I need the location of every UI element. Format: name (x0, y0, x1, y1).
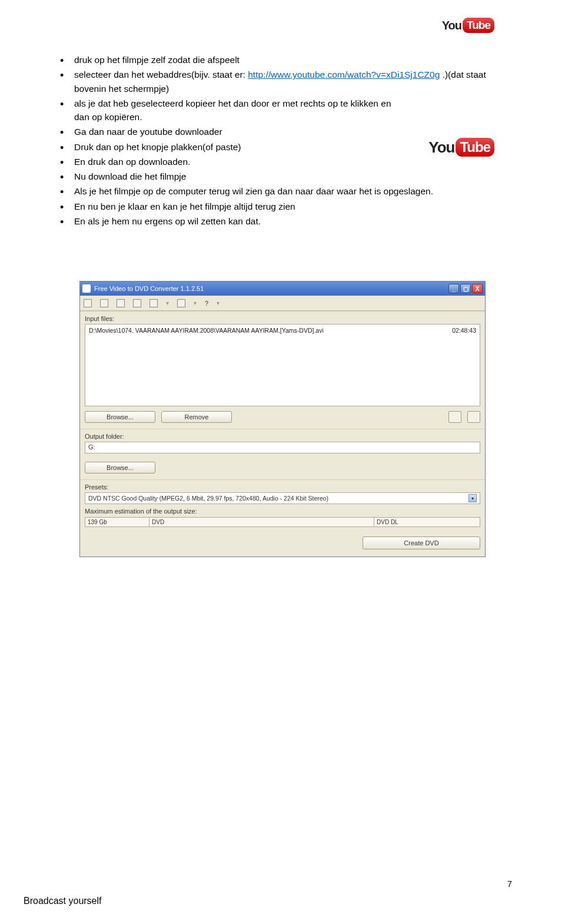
url-link[interactable]: http://www.youtube.com/watch?v=xDi1Sj1CZ… (248, 69, 440, 80)
close-button[interactable]: X (472, 284, 483, 293)
maximize-button[interactable]: ▢ (460, 284, 471, 293)
list-item: Nu download die het filmpje (74, 170, 512, 183)
toolbar-dropdown-icon[interactable]: ▾ (194, 300, 197, 306)
move-down-button[interactable] (467, 411, 480, 423)
size-estimation-row: 139 Gb DVD DVD DL (85, 517, 480, 527)
list-item: En als je hem nu ergens op wil zetten ka… (74, 214, 512, 228)
input-files-label: Input files: (85, 315, 480, 322)
size-cell-dvd: DVD (149, 517, 374, 527)
browse-output-button[interactable]: Browse... (85, 462, 155, 473)
monitor-icon[interactable] (177, 299, 185, 307)
help-icon[interactable]: ? (205, 300, 208, 307)
mail-icon[interactable] (100, 299, 108, 307)
move-up-button[interactable] (448, 411, 461, 423)
list-item: selecteer dan het webaddres(bijv. staat … (74, 68, 512, 95)
titlebar[interactable]: Free Video to DVD Converter 1.1.2.51 _ ▢… (80, 281, 485, 296)
browse-button[interactable]: Browse... (85, 411, 155, 423)
youtube-logo-header: You Tube (442, 18, 494, 33)
presets-label: Presets: (85, 483, 480, 491)
settings-icon[interactable] (149, 299, 158, 307)
home-icon[interactable] (84, 299, 92, 307)
output-folder-label: Output folder: (85, 433, 480, 440)
input-files-list[interactable]: D:\Movies\1074. VAARANAM AAYIRAM.2008\VA… (85, 324, 480, 406)
list-item: En nu ben je klaar en kan je het filmpje… (74, 200, 512, 213)
chevron-down-icon[interactable]: ▾ (468, 494, 477, 502)
footer-text: Broadcast yourself (24, 896, 102, 906)
app-window: Free Video to DVD Converter 1.1.2.51 _ ▢… (79, 281, 486, 557)
size-cell-dvddl: DVD DL (374, 517, 480, 527)
file-duration: 02:48:43 (452, 327, 476, 403)
list-item: Ga dan naar de youtube downloader (74, 125, 512, 138)
list-icon[interactable] (133, 299, 141, 307)
create-dvd-button[interactable]: Create DVD (363, 536, 480, 549)
list-item: druk op het filmpje zelf zodat die afspe… (74, 53, 512, 67)
output-folder-input[interactable]: G: (85, 442, 480, 453)
toolbar: ▾ ▾ ? ▾ (80, 296, 485, 311)
youtube-logo-inline: You Tube (428, 138, 494, 157)
list-item: Als je het filmpje op de computer terug … (74, 184, 512, 198)
window-title: Free Video to DVD Converter 1.1.2.51 (94, 285, 448, 292)
max-estimation-label: Maximum estimation of the output size: (85, 508, 480, 515)
size-cell-value: 139 Gb (85, 517, 149, 527)
list-item: als je dat heb geselecteerd kopieer het … (74, 97, 404, 124)
file-name: D:\Movies\1074. VAARANAM AAYIRAM.2008\VA… (89, 327, 324, 403)
page-number: 7 (507, 879, 512, 889)
preset-value: DVD NTSC Good Quality (MPEG2, 6 Mbit, 29… (88, 495, 328, 502)
list-item: En druk dan op downloaden. (74, 155, 512, 168)
logo-you: You (442, 19, 461, 32)
logo-you: You (428, 138, 454, 157)
logo-tube: Tube (456, 138, 494, 157)
folder-icon[interactable] (117, 299, 125, 307)
preset-dropdown[interactable]: DVD NTSC Good Quality (MPEG2, 6 Mbit, 29… (85, 492, 480, 504)
minimize-button[interactable]: _ (448, 284, 459, 293)
remove-button[interactable]: Remove (161, 411, 232, 423)
toolbar-dropdown-icon[interactable]: ▾ (166, 300, 169, 306)
logo-tube: Tube (463, 18, 494, 33)
toolbar-dropdown-icon[interactable]: ▾ (217, 300, 220, 306)
app-icon (82, 284, 91, 293)
